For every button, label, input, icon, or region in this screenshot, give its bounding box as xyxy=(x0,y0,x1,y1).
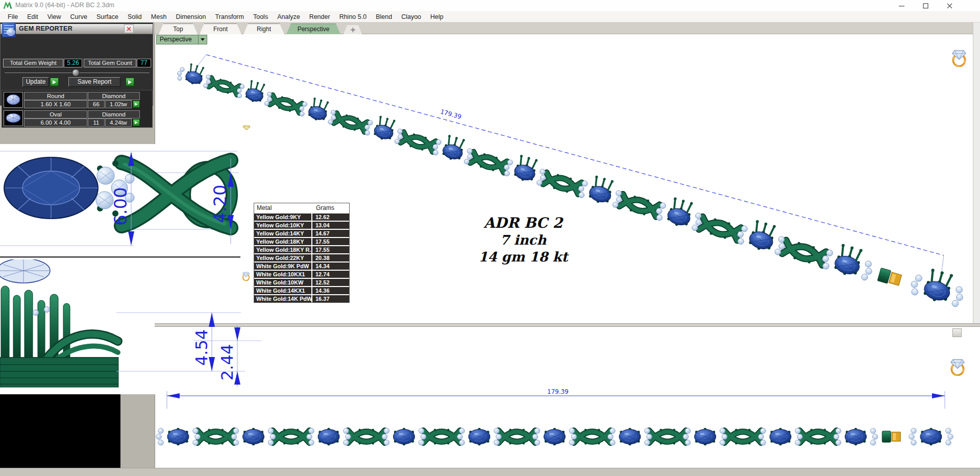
gem-outline-render xyxy=(0,259,50,283)
gem-size-cell[interactable]: 1.60 X 1.60 xyxy=(24,100,87,108)
panel-slider-thumb[interactable] xyxy=(72,69,80,77)
save-report-run-button[interactable] xyxy=(126,78,134,86)
total-gem-weight-label: Total Gem Weight xyxy=(3,59,63,67)
right-edge-strip xyxy=(973,22,980,325)
metal-name-cell: Yellow Gold:10KY xyxy=(254,222,311,228)
close-icon xyxy=(947,3,952,9)
annotation-line-2: 7 inch xyxy=(462,232,584,249)
gem-reporter-close-button[interactable] xyxy=(124,25,134,33)
maximize-icon xyxy=(923,3,928,9)
menu-item-solid[interactable]: Solid xyxy=(123,12,146,21)
grams-value-cell: 16.37 xyxy=(311,295,349,302)
gem-shape-cell[interactable]: Round xyxy=(24,92,87,100)
gem-reporter-titlebar[interactable]: GEM REPORTER xyxy=(1,24,153,34)
grams-value-cell: 12.74 xyxy=(311,271,349,278)
menu-item-analyze[interactable]: Analyze xyxy=(273,12,304,21)
bottom-viewport[interactable]: 179.39 xyxy=(155,327,980,468)
bottom-left-viewport[interactable] xyxy=(0,394,120,468)
grams-value-cell: 13.04 xyxy=(311,222,349,229)
maximize-button[interactable] xyxy=(914,0,937,11)
gem-weight-cell[interactable]: 4.24tw xyxy=(105,118,132,127)
grams-value-cell: 20.38 xyxy=(311,254,349,261)
plus-icon xyxy=(351,28,355,32)
metal-row: Yellow Gold:9KY12.62 xyxy=(254,213,349,221)
menu-item-dimension[interactable]: Dimension xyxy=(171,12,210,21)
menu-item-view[interactable]: View xyxy=(43,12,66,21)
tab-perspective[interactable]: Perspective xyxy=(286,23,340,34)
gem-count-cell[interactable]: 66 xyxy=(88,100,105,108)
minimize-icon xyxy=(899,3,904,9)
window-titlebar: Matrix 9.0 (64-bit) - ADR BC 2.3dm xyxy=(0,0,980,12)
top-viewport[interactable]: 6.00 4.20 xyxy=(0,144,245,256)
metal-header-cell: Metal xyxy=(254,204,312,211)
tab-front[interactable]: Front xyxy=(200,23,241,34)
menu-item-file[interactable]: File xyxy=(3,12,22,21)
gem-shape-cell[interactable]: Oval xyxy=(24,110,87,118)
play-icon xyxy=(135,103,138,106)
annotation-line-1: ADR BC 2 xyxy=(462,215,584,232)
tab-top[interactable]: Top xyxy=(159,23,198,34)
metal-row: White Gold:14K PdW16.37 xyxy=(254,295,349,302)
grams-value-cell: 14.67 xyxy=(311,230,349,237)
dimension-label-length: 179.39 xyxy=(439,108,462,121)
gem-icon xyxy=(243,126,250,130)
minimize-button[interactable] xyxy=(890,0,913,11)
gem-thumbnail-round xyxy=(4,92,23,108)
gem-size-cell[interactable]: 6.00 X 4.00 xyxy=(24,118,87,127)
menu-item-tools[interactable]: Tools xyxy=(249,12,273,21)
gem-row-run-button[interactable] xyxy=(133,119,140,126)
update-button[interactable]: Update xyxy=(22,77,49,87)
window-title: Matrix 9.0 (64-bit) - ADR BC 2.3dm xyxy=(15,2,114,9)
ring-icon xyxy=(951,360,964,375)
menu-item-mesh[interactable]: Mesh xyxy=(146,12,172,21)
grams-value-cell: 12.62 xyxy=(311,213,349,221)
menu-item-rhino[interactable]: Rhino 5.0 xyxy=(335,12,372,21)
grams-value-cell: 14.36 xyxy=(311,287,349,294)
menu-item-render[interactable]: Render xyxy=(305,12,335,21)
gem-thumbnail-oval xyxy=(4,110,23,126)
menu-item-help[interactable]: Help xyxy=(426,12,448,21)
gem-weight-cell[interactable]: 1.02tw xyxy=(105,100,132,108)
metal-name-cell: White Gold:14K PdW xyxy=(254,296,311,302)
gem-type-cell[interactable]: Diamond xyxy=(88,110,140,118)
metal-table-header: Metal Grams xyxy=(254,203,349,212)
gem-type-cell[interactable]: Diamond xyxy=(88,92,140,100)
menu-item-curve[interactable]: Curve xyxy=(66,12,92,21)
close-button[interactable] xyxy=(938,0,961,11)
update-run-button[interactable] xyxy=(50,78,59,86)
grams-value-cell: 12.52 xyxy=(311,279,349,286)
metal-weight-table: Metal Grams Yellow Gold:9KY12.62 Yellow … xyxy=(254,203,350,303)
metal-row: White Gold:10KX112.74 xyxy=(254,271,349,278)
grams-header-cell: Grams xyxy=(312,204,349,211)
oval-gem-render xyxy=(4,157,98,219)
viewport-splitter[interactable] xyxy=(155,323,980,327)
metal-name-cell: Yellow Gold:18KY xyxy=(254,239,311,245)
metal-name-cell: White Gold:9K PdW xyxy=(254,263,311,269)
play-icon xyxy=(135,121,138,124)
gem-reporter-panel: GEM REPORTER Total Gem Weight xyxy=(0,22,153,106)
grams-value-cell: 17.55 xyxy=(311,246,349,253)
metal-row: Yellow Gold:22KY20.38 xyxy=(254,254,349,261)
gem-reporter-icon[interactable] xyxy=(2,22,16,37)
dimension-length-bottom: 179.39 xyxy=(167,388,945,409)
metal-name-cell: White Gold:14KX1 xyxy=(254,288,311,294)
menu-item-transform[interactable]: Transform xyxy=(210,12,249,21)
menu-item-edit[interactable]: Edit xyxy=(22,12,43,21)
app-icon xyxy=(4,2,12,9)
save-report-button[interactable]: Save Report xyxy=(68,77,120,87)
metal-row: Yellow Gold:14KY14.67 xyxy=(254,230,349,237)
menubar: File Edit View Curve Surface Solid Mesh … xyxy=(0,11,980,22)
menu-item-clayoo[interactable]: Clayoo xyxy=(397,12,426,21)
menu-item-surface[interactable]: Surface xyxy=(92,12,123,21)
tab-right[interactable]: Right xyxy=(243,23,284,34)
dimension-label-gem-height: 6.00 xyxy=(110,187,131,226)
metal-name-cell: Yellow Gold:14KY xyxy=(254,230,311,236)
metal-row: Yellow Gold:18KY R...17.55 xyxy=(254,246,349,253)
add-viewport-tab[interactable] xyxy=(344,25,362,34)
metal-name-cell: Yellow Gold:18KY R... xyxy=(254,247,311,253)
menu-item-blend[interactable]: Blend xyxy=(371,12,397,21)
metal-name-cell: White Gold:10KX1 xyxy=(254,271,311,277)
gem-count-cell[interactable]: 11 xyxy=(88,118,105,127)
dimension-label-link-width: 4.20 xyxy=(210,184,230,223)
gem-row-run-button[interactable] xyxy=(133,101,140,108)
